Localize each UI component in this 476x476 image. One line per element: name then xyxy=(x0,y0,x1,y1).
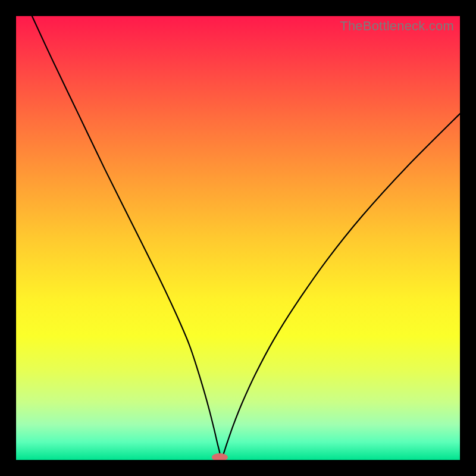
bottleneck-curve xyxy=(32,16,460,457)
curve-layer xyxy=(16,16,460,460)
chart-frame: TheBottleneck.com xyxy=(0,0,476,476)
minimum-marker xyxy=(212,453,228,460)
plot-area: TheBottleneck.com xyxy=(16,16,460,460)
